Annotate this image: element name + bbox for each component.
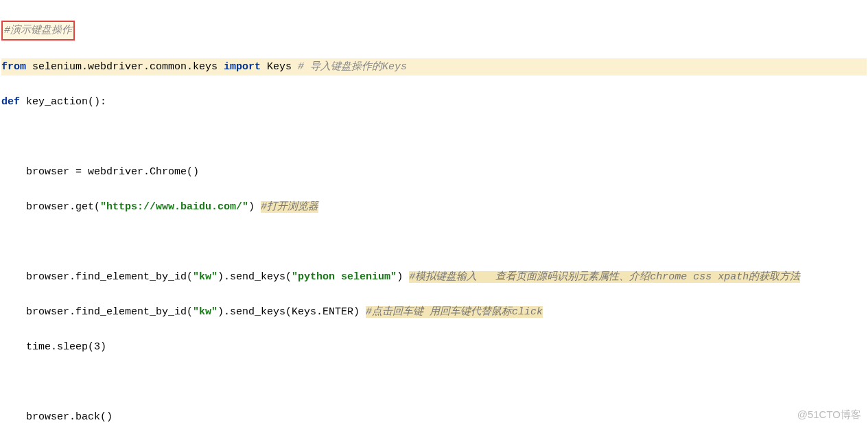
blank-line [1, 233, 867, 251]
comment: #打开浏览器 [261, 201, 318, 213]
code-line: browser.get("https://www.baidu.com/") #打… [1, 198, 867, 216]
string: "kw" [193, 306, 218, 318]
code-text: ) [248, 201, 261, 213]
code-text: ).send_keys( [218, 271, 292, 283]
code-text: browser.get( [1, 201, 100, 213]
comment: #模拟键盘输入 查看页面源码识别元素属性、介绍chrome css xpath的… [409, 271, 800, 283]
code-text: time.sleep(3) [1, 341, 106, 353]
func-name: key_action(): [20, 96, 106, 108]
watermark: @51CTO博客 [797, 406, 861, 424]
code-line: browser.back() [1, 408, 867, 426]
code-text: browser.find_element_by_id( [1, 271, 193, 283]
title-comment: #演示键盘操作 [1, 21, 75, 41]
comment: # 导入键盘操作的Keys [298, 61, 407, 73]
blank-line [1, 373, 867, 391]
code-line: time.sleep(3) [1, 338, 867, 356]
code-line: browser = webdriver.Chrome() [1, 163, 867, 181]
code-block: #演示键盘操作 from selenium.webdriver.common.k… [0, 0, 868, 427]
code-line: browser.find_element_by_id("kw").send_ke… [1, 268, 867, 286]
code-line: browser.find_element_by_id("kw").send_ke… [1, 303, 867, 321]
code-text: ) [397, 271, 409, 283]
comment: #点击回车键 用回车键代替鼠标click [366, 306, 543, 318]
import-name: Keys [261, 61, 298, 73]
keyword-import: import [224, 61, 261, 73]
code-text: ).send_keys(Keys.ENTER) [218, 306, 366, 318]
code-line: from selenium.webdriver.common.keys impo… [1, 58, 867, 76]
blank-line [1, 128, 867, 146]
code-text: browser = webdriver.Chrome() [1, 166, 199, 178]
string: "python selenium" [292, 271, 397, 283]
code-text: browser.back() [1, 411, 113, 423]
string: "https://www.baidu.com/" [100, 201, 248, 213]
code-text: browser.find_element_by_id( [1, 306, 193, 318]
module-path: selenium.webdriver.common.keys [26, 61, 224, 73]
keyword-def: def [1, 96, 20, 108]
string: "kw" [193, 271, 218, 283]
keyword-from: from [1, 61, 26, 73]
code-line: #演示键盘操作 [1, 21, 867, 41]
code-line: def key_action(): [1, 93, 867, 111]
